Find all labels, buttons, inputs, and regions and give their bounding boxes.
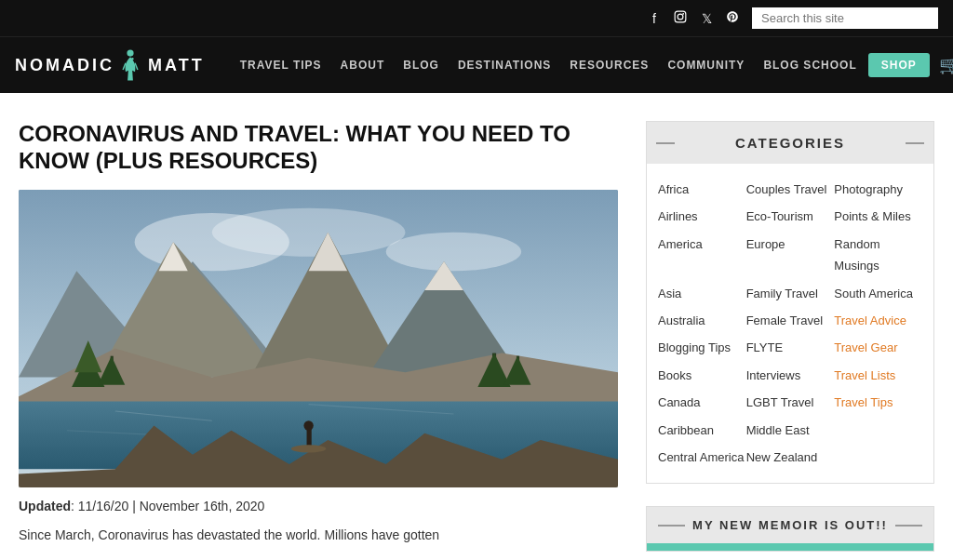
- facebook-icon[interactable]: f: [646, 11, 663, 26]
- cat-interviews[interactable]: Interviews: [746, 365, 835, 386]
- nav-blog-school[interactable]: BLOG SCHOOL: [756, 42, 864, 88]
- nav-shop[interactable]: SHOP: [868, 53, 930, 77]
- memoir-box: MY NEW MEMOIR IS OUT!!: [646, 506, 934, 552]
- logo[interactable]: NOMADIC MATT: [15, 37, 205, 93]
- twitter-icon[interactable]: 𝕏: [698, 11, 715, 26]
- nav-about[interactable]: ABOUT: [333, 42, 393, 88]
- nav-travel-tips[interactable]: TRAVEL TIPS: [233, 42, 329, 88]
- cart-icon[interactable]: 🛒: [933, 55, 953, 75]
- article-excerpt: Since March, Coronavirus has devastated …: [19, 525, 618, 545]
- cat-flyte[interactable]: FLYTE: [746, 337, 835, 358]
- cat-africa[interactable]: Africa: [658, 179, 746, 200]
- cat-photography[interactable]: Photography: [834, 179, 922, 200]
- social-icons: f 𝕏: [646, 10, 741, 26]
- nav-bar: NOMADIC MATT TRAVEL TIPS ABOUT BLOG DEST…: [0, 36, 953, 93]
- cat-america[interactable]: America: [658, 233, 746, 277]
- cat-canada[interactable]: Canada: [658, 392, 746, 413]
- nav-blog[interactable]: BLOG: [396, 42, 447, 88]
- svg-point-32: [303, 420, 313, 430]
- cat-books[interactable]: Books: [658, 365, 746, 386]
- svg-point-33: [291, 445, 326, 452]
- cat-asia[interactable]: Asia: [658, 283, 746, 304]
- meta-label: Updated: [19, 499, 71, 513]
- cat-travel-gear[interactable]: Travel Gear: [834, 337, 922, 358]
- top-bar: f 𝕏: [0, 0, 953, 36]
- svg-rect-0: [675, 11, 686, 22]
- cat-empty-2: [834, 447, 922, 468]
- hero-image: [19, 190, 618, 487]
- cat-couples-travel[interactable]: Couples Travel: [746, 179, 835, 200]
- pinterest-icon[interactable]: [724, 10, 741, 26]
- cat-south-america[interactable]: South America: [834, 283, 922, 304]
- logo-text-right: MATT: [148, 56, 205, 75]
- svg-point-2: [682, 13, 684, 15]
- memoir-header: MY NEW MEMOIR IS OUT!!: [647, 507, 933, 543]
- cat-points-miles[interactable]: Points & Miles: [834, 206, 922, 227]
- search-wrapper[interactable]: [752, 7, 938, 29]
- categories-box: CATEGORIES Africa Couples Travel Photogr…: [646, 121, 934, 484]
- nav-resources[interactable]: RESOURCES: [562, 42, 656, 88]
- memoir-dashes-right: [895, 525, 922, 527]
- nav-links: TRAVEL TIPS ABOUT BLOG DESTINATIONS RESO…: [233, 42, 953, 88]
- svg-point-1: [678, 14, 683, 20]
- cat-middle-east[interactable]: Middle East: [746, 420, 835, 441]
- cat-travel-lists[interactable]: Travel Lists: [834, 365, 922, 386]
- cat-family-travel[interactable]: Family Travel: [746, 283, 835, 304]
- article-meta: Updated: 11/16/20 | November 16th, 2020: [19, 499, 618, 513]
- instagram-icon[interactable]: [672, 10, 689, 26]
- cat-travel-advice[interactable]: Travel Advice: [834, 310, 922, 331]
- cat-europe[interactable]: Europe: [746, 233, 835, 277]
- main-content: CORONAVIRUS AND TRAVEL: WHAT YOU NEED TO…: [19, 121, 618, 552]
- memoir-header-text: MY NEW MEMOIR IS OUT!!: [692, 518, 888, 532]
- memoir-dashes-left: [658, 525, 685, 527]
- content-wrapper: CORONAVIRUS AND TRAVEL: WHAT YOU NEED TO…: [0, 93, 953, 560]
- svg-point-8: [386, 232, 521, 271]
- svg-point-7: [212, 207, 406, 256]
- memoir-bar: [647, 543, 933, 551]
- cat-empty-1: [834, 420, 922, 441]
- meta-date: : 11/16/20 | November 16th, 2020: [71, 499, 264, 513]
- cat-new-zealand[interactable]: New Zealand: [746, 447, 835, 468]
- sidebar: CATEGORIES Africa Couples Travel Photogr…: [646, 121, 934, 552]
- cat-lgbt-travel[interactable]: LGBT Travel: [746, 392, 835, 413]
- search-input[interactable]: [752, 7, 938, 29]
- article-title: CORONAVIRUS AND TRAVEL: WHAT YOU NEED TO…: [19, 121, 618, 175]
- cat-airlines[interactable]: Airlines: [658, 206, 746, 227]
- logo-text-left: NOMADIC: [15, 56, 114, 75]
- logo-figure: [120, 48, 142, 82]
- cat-blogging-tips[interactable]: Blogging Tips: [658, 337, 746, 358]
- nav-community[interactable]: COMMUNITY: [660, 42, 752, 88]
- cat-caribbean[interactable]: Caribbean: [658, 420, 746, 441]
- cat-random-musings[interactable]: Random Musings: [834, 233, 922, 277]
- cat-australia[interactable]: Australia: [658, 310, 746, 331]
- cat-eco-tourism[interactable]: Eco-Tourism: [746, 206, 835, 227]
- svg-point-3: [127, 49, 133, 56]
- categories-grid: Africa Couples Travel Photography Airlin…: [647, 164, 933, 483]
- cat-female-travel[interactable]: Female Travel: [746, 310, 835, 331]
- cat-central-america[interactable]: Central America: [658, 447, 746, 468]
- cat-travel-tips[interactable]: Travel Tips: [834, 392, 922, 413]
- nav-destinations[interactable]: DESTINATIONS: [450, 42, 558, 88]
- categories-header: CATEGORIES: [647, 122, 933, 164]
